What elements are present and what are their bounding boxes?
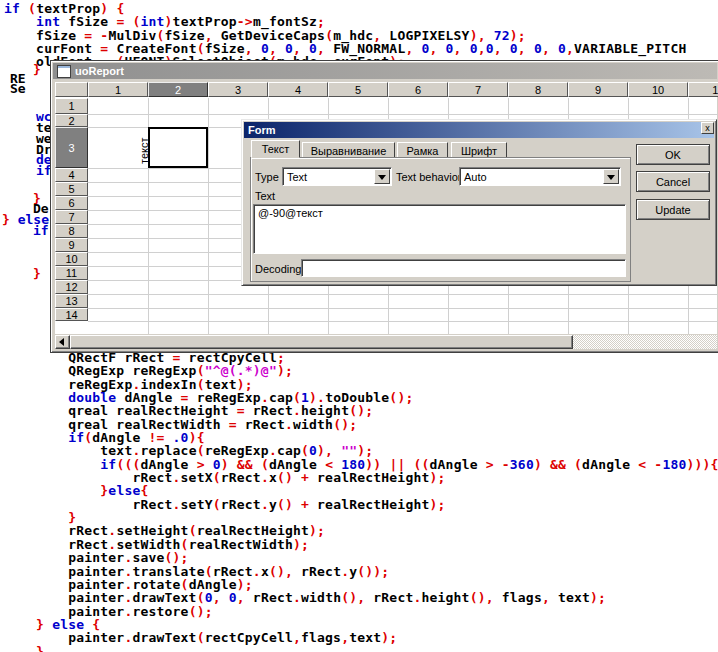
horizontal-scrollbar[interactable]	[55, 335, 717, 349]
tab-alignment[interactable]: Выравнивание	[302, 142, 395, 158]
grid-hline	[88, 308, 718, 309]
text-behavior-select[interactable]: Auto	[459, 167, 621, 186]
type-value: Text	[287, 171, 307, 183]
code-editor-top[interactable]: if (textProp) { int fSize = (int)textPro…	[4, 2, 686, 69]
column-header-2[interactable]: 2	[148, 82, 208, 97]
grid-hline	[88, 114, 718, 115]
rotated-text-cell[interactable]: текст	[148, 127, 208, 168]
decoding-label: Decoding	[255, 263, 301, 275]
code-fragment: Se	[10, 81, 26, 96]
row-header-5[interactable]: 5	[55, 182, 88, 196]
editor-screen: { "window": { "title": "uoReport" }, "gr…	[0, 0, 718, 652]
column-header-3[interactable]: 3	[208, 82, 268, 97]
row-header-14[interactable]: 14	[55, 308, 88, 321]
code-fragment: }	[33, 266, 41, 281]
tab-text[interactable]: Текст	[251, 140, 300, 158]
tab-font[interactable]: Шрифт	[451, 142, 507, 158]
row-header-2[interactable]: 2	[55, 114, 88, 127]
arrow-left-icon	[59, 338, 64, 346]
scrollbar-thumb[interactable]	[70, 335, 573, 349]
grid-hline	[88, 321, 718, 322]
window-title: uoReport	[75, 65, 124, 77]
column-header-1[interactable]: 1	[88, 82, 148, 97]
rotated-cell-text: текст	[138, 137, 150, 164]
row-header-8[interactable]: 8	[55, 224, 88, 238]
column-header-5[interactable]: 5	[328, 82, 388, 97]
uoreport-titlebar[interactable]: uoReport	[53, 63, 717, 79]
row-header-9[interactable]: 9	[55, 238, 88, 252]
chevron-down-icon[interactable]	[603, 169, 619, 184]
type-label: Type	[255, 171, 279, 183]
close-icon[interactable]: x	[701, 122, 714, 134]
text-behavior-label: Text behavior	[396, 171, 461, 183]
row-header-1[interactable]: 1	[55, 98, 88, 114]
column-header-11[interactable]: 11	[688, 82, 718, 97]
tab-frame[interactable]: Рамка	[397, 142, 448, 158]
chevron-down-icon[interactable]	[374, 169, 390, 184]
column-header-8[interactable]: 8	[508, 82, 568, 97]
window-icon	[57, 65, 71, 78]
ok-button[interactable]: OK	[636, 144, 710, 165]
column-header-6[interactable]: 6	[388, 82, 448, 97]
grid-corner-cell[interactable]	[55, 82, 88, 97]
form-titlebar[interactable]: Form	[244, 122, 714, 138]
text-label: Text	[255, 190, 275, 202]
code-fragment: if	[33, 223, 49, 238]
text-behavior-value: Auto	[464, 171, 487, 183]
column-header-10[interactable]: 10	[628, 82, 688, 97]
row-header-3[interactable]: 3	[55, 127, 88, 168]
row-header-11[interactable]: 11	[55, 266, 88, 280]
row-header-6[interactable]: 6	[55, 196, 88, 210]
form-dialog: Form x Текст Выравнивание Рамка Шрифт Ty…	[241, 119, 717, 286]
row-header-7[interactable]: 7	[55, 210, 88, 224]
row-header-4[interactable]: 4	[55, 168, 88, 182]
decoding-input[interactable]	[301, 259, 626, 277]
row-header-10[interactable]: 10	[55, 252, 88, 266]
column-header-9[interactable]: 9	[568, 82, 628, 97]
row-header-12[interactable]: 12	[55, 280, 88, 294]
column-header-7[interactable]: 7	[448, 82, 508, 97]
type-select[interactable]: Text	[282, 167, 392, 186]
grid-vline	[208, 98, 209, 334]
row-header-13[interactable]: 13	[55, 294, 88, 308]
form-title: Form	[248, 124, 276, 136]
text-input[interactable]: @-90@текст	[253, 204, 626, 254]
grid-hline	[88, 294, 718, 295]
scroll-left-button[interactable]	[55, 335, 70, 349]
code-fragment: }	[33, 62, 41, 77]
code-editor-bottom[interactable]: QRectF rRect = rectCpyCell; QRegExp reRe…	[4, 351, 718, 652]
cancel-button[interactable]: Cancel	[636, 171, 710, 192]
update-button[interactable]: Update	[636, 199, 710, 220]
column-header-4[interactable]: 4	[268, 82, 328, 97]
